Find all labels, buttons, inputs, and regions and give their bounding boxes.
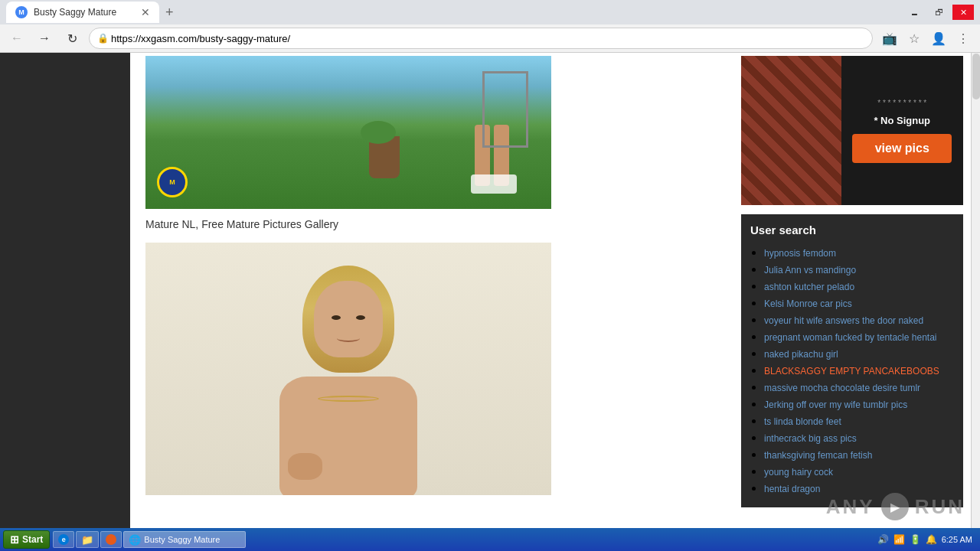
search-list-item[interactable]: Kelsi Monroe car pics: [764, 296, 954, 310]
system-time: 6:25 AM: [942, 535, 972, 544]
user-search-title: User search: [750, 223, 954, 236]
tab-title: Busty Saggy Mature: [34, 7, 116, 18]
page-content: M Mature NL, Free Mature Pictures Galler…: [0, 53, 980, 551]
search-list-item[interactable]: young hairy cock: [764, 465, 954, 478]
scrollbar[interactable]: [971, 53, 980, 551]
taskbar: ⊞ Start e 📁 🌐 Busty Saggy Mature 🔊 📶 🔋 🔔…: [0, 528, 980, 551]
start-button[interactable]: ⊞ Start: [3, 530, 50, 549]
search-list-item[interactable]: inthecrack big ass pics: [764, 431, 954, 445]
folder-icon: 📁: [81, 534, 93, 546]
search-list-item[interactable]: hypnosis femdom: [764, 246, 954, 259]
menu-button[interactable]: ⋮: [952, 28, 974, 49]
title-bar: M Busty Saggy Mature ✕ + 🗕 🗗 ✕: [0, 0, 980, 24]
tab-favicon: M: [15, 6, 28, 18]
address-bar-row: ← → ↻ 🔒 https://xxgasm.com/busty-saggy-m…: [0, 24, 980, 52]
ad-header-text: * * * * * * * * * *: [877, 99, 926, 107]
anyrun-logo: ▶: [881, 493, 909, 520]
search-list-item[interactable]: massive mocha chocolate desire tumlr: [764, 380, 954, 394]
back-button[interactable]: ←: [6, 28, 28, 49]
battery-icon: 🔋: [910, 534, 921, 545]
anyrun-text: ANY: [826, 495, 875, 519]
search-list-item[interactable]: BLACKSAGGY EMPTY PANCAKEBOOBS: [764, 364, 954, 377]
taskbar-ie-item[interactable]: e: [53, 531, 74, 548]
lock-icon: 🔒: [97, 33, 109, 44]
tab-close-button[interactable]: ✕: [141, 6, 150, 18]
ie-icon: e: [58, 534, 69, 545]
outdoor-image: M: [145, 56, 551, 209]
view-pics-button[interactable]: view pics: [852, 134, 952, 163]
window-controls: 🗕 🗗 ✕: [903, 5, 974, 20]
start-label: Start: [22, 534, 43, 545]
user-search-section: User search hypnosis femdomJulia Ann vs …: [741, 214, 963, 507]
ad-content: * * * * * * * * * * * No Signup view pic…: [841, 56, 964, 205]
left-sidebar: [0, 53, 130, 551]
search-list-item[interactable]: voyeur hit wife answers the door naked: [764, 313, 954, 327]
taskbar-items: e 📁 🌐 Busty Saggy Mature: [50, 531, 872, 548]
search-list-item[interactable]: naked pikachu girl: [764, 347, 954, 360]
woman-image: [145, 243, 551, 495]
anyrun-watermark: ANY ▶ RUN: [826, 493, 965, 520]
search-list-item[interactable]: Jerking off over my wife tumblr pics: [764, 397, 954, 411]
reload-button[interactable]: ↻: [61, 28, 83, 49]
search-list-item[interactable]: pregnant woman fucked by tentacle hentai: [764, 330, 954, 344]
browser-tab[interactable]: M Busty Saggy Mature ✕: [6, 2, 159, 23]
chrome-icon: 🌐: [129, 534, 141, 546]
ad-image: [741, 56, 841, 205]
new-tab-button[interactable]: +: [159, 5, 180, 21]
search-list: hypnosis femdomJulia Ann vs mandingoasht…: [750, 246, 954, 495]
anyrun-run-text: RUN: [915, 495, 965, 519]
toolbar-icons: 📺 ☆ 👤 ⋮: [879, 28, 974, 49]
close-button[interactable]: ✕: [952, 5, 974, 20]
ad-no-signup-text: * No Signup: [874, 115, 930, 126]
taskbar-security-item[interactable]: [100, 531, 122, 548]
minimize-button[interactable]: 🗕: [903, 5, 925, 20]
taskbar-chrome-item[interactable]: 🌐 Busty Saggy Mature: [123, 531, 246, 548]
taskbar-page-title: Busty Saggy Mature: [144, 535, 220, 544]
image-badge: M: [157, 167, 188, 197]
network-icon: 📶: [893, 534, 905, 545]
speaker-icon: 🔊: [877, 534, 889, 545]
maximize-button[interactable]: 🗗: [928, 5, 949, 20]
gallery-caption: Mature NL, Free Mature Pictures Gallery: [145, 218, 718, 230]
right-sidebar: * * * * * * * * * * * No Signup view pic…: [733, 53, 971, 551]
profile-button[interactable]: 👤: [928, 28, 949, 49]
search-list-item[interactable]: thanksgiving femcan fetish: [764, 448, 954, 461]
url-text: https://xxgasm.com/busty-saggy-mature/: [111, 33, 290, 44]
main-content: M Mature NL, Free Mature Pictures Galler…: [130, 53, 733, 551]
notification-icon: 🔔: [926, 534, 937, 545]
ad-block[interactable]: * * * * * * * * * * * No Signup view pic…: [741, 56, 963, 205]
bookmark-button[interactable]: ☆: [903, 28, 925, 49]
forward-button[interactable]: →: [34, 28, 55, 49]
scrollbar-thumb[interactable]: [972, 54, 980, 99]
taskbar-folder-item[interactable]: 📁: [76, 531, 99, 548]
browser-chrome: M Busty Saggy Mature ✕ + 🗕 🗗 ✕ ← → ↻ 🔒 h…: [0, 0, 980, 53]
cast-button[interactable]: 📺: [879, 28, 900, 49]
address-bar[interactable]: 🔒 https://xxgasm.com/busty-saggy-mature/: [89, 28, 873, 49]
search-list-item[interactable]: ts linda blonde feet: [764, 414, 954, 428]
search-list-item[interactable]: Julia Ann vs mandingo: [764, 262, 954, 276]
system-tray: 🔊 📶 🔋 🔔 6:25 AM: [873, 534, 977, 545]
security-icon: [106, 534, 116, 545]
search-list-item[interactable]: ashton kutcher pelado: [764, 279, 954, 293]
